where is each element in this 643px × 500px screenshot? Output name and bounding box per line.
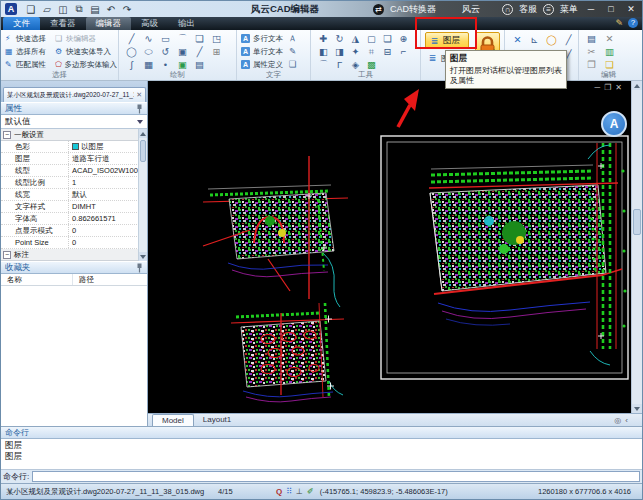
properties-scrollbar[interactable] (138, 129, 147, 261)
property-row-linetype[interactable]: 线型ACAD_ISO02W100 (1, 165, 147, 177)
tab-viewer[interactable]: 查看器 (40, 17, 86, 30)
image-icon[interactable]: ▣ (174, 59, 191, 71)
close-button[interactable]: ✕ (624, 4, 638, 14)
viewport-icon[interactable]: ◳ (208, 33, 225, 45)
tab-advanced[interactable]: 高级 (131, 17, 168, 30)
delete-icon[interactable]: ✕ (601, 33, 618, 45)
scroll-thumb[interactable] (140, 140, 146, 162)
property-row-text-height[interactable]: 字体高0.862661571 (1, 213, 147, 225)
scale-icon[interactable]: ◮ (347, 33, 364, 45)
array-icon[interactable]: ◧ (315, 46, 332, 58)
drawing-canvas[interactable]: ─❐✕ A Model Layout1 ◎ ‹ (148, 81, 642, 426)
scroll-thumb[interactable] (633, 209, 641, 235)
hatch-icon[interactable]: ▦ (140, 59, 157, 71)
rectangle-icon[interactable]: ▭ (157, 33, 174, 45)
tab-editor[interactable]: 编辑器 (86, 17, 132, 30)
help-icon[interactable]: ? (628, 18, 638, 28)
line-icon[interactable]: ╱ (123, 33, 140, 45)
open-file-icon[interactable]: ▱ (39, 4, 55, 15)
minimize-button[interactable]: ─ (584, 4, 598, 14)
delete-constraint-icon[interactable]: ✕ (509, 34, 526, 46)
rotate-icon[interactable]: ↻ (331, 33, 348, 45)
translate-button[interactable]: A (601, 111, 627, 137)
circle-icon[interactable]: ◯ (123, 46, 140, 58)
print-icon[interactable]: ▤ (87, 4, 103, 15)
polyline-icon[interactable]: ∿ (140, 33, 157, 45)
ellipse-icon[interactable]: ⬭ (140, 46, 157, 58)
record-icon[interactable]: ◎ (614, 416, 621, 425)
table-icon[interactable]: ▤ (191, 59, 208, 71)
explode-icon[interactable]: ✦ (347, 46, 364, 58)
revision-icon[interactable]: ↺ (157, 46, 174, 58)
maximize-button[interactable]: □ (604, 4, 618, 14)
grid-insert-icon[interactable]: ⊞ (208, 46, 225, 58)
favorites-col-path[interactable]: 路径 (73, 274, 94, 285)
block-editor-button[interactable]: ❏块编辑器 (55, 32, 117, 45)
scroll-down-icon[interactable] (632, 404, 642, 413)
copy-icon[interactable]: ❏ (379, 33, 396, 45)
canvas-vertical-scrollbar[interactable] (631, 81, 642, 413)
property-row-lineweight[interactable]: 线宽默认 (1, 189, 147, 201)
save-as-icon[interactable]: ⧉ (71, 3, 87, 15)
ortho-icon[interactable]: ⊥ (296, 487, 303, 496)
grid-snap-icon[interactable]: ⠿ (286, 487, 292, 496)
select-all-button[interactable]: ▦选择所有 (5, 45, 55, 58)
mirror-icon[interactable]: ◨ (331, 46, 348, 58)
paste-icon[interactable]: ▤ (583, 33, 600, 45)
text-button[interactable]: A单行文本 (241, 45, 283, 58)
tab-layout1[interactable]: Layout1 (194, 414, 240, 426)
collapse-icon[interactable]: − (3, 251, 11, 259)
osnap-icon[interactable]: ✐ (307, 487, 314, 496)
fillet-icon[interactable]: ⌒ (315, 59, 332, 71)
service-button[interactable]: 客服 (519, 3, 537, 16)
concentric-icon[interactable]: ◯ (543, 34, 560, 46)
parallel-icon[interactable]: ╱ (560, 34, 577, 46)
copy-clip-icon[interactable]: ❐ (583, 59, 600, 71)
insert-icon[interactable]: ⊕ (395, 33, 412, 45)
offset-icon[interactable]: ▢ (363, 33, 380, 45)
tab-model[interactable]: Model (152, 414, 194, 426)
menu-button[interactable]: 菜单 (560, 3, 578, 16)
zoom-icon[interactable]: Q (276, 487, 282, 496)
tab-file[interactable]: 文件 (3, 17, 40, 30)
join-icon[interactable]: ⊟ (379, 46, 396, 58)
command-input[interactable] (32, 471, 640, 482)
mtext-button[interactable]: A多行文本 (241, 32, 283, 45)
command-panel-header[interactable]: 命令行 (1, 427, 642, 439)
save-icon[interactable]: ◫ (55, 4, 71, 15)
property-row-point-mode[interactable]: 点显示模式0 (1, 225, 147, 237)
scroll-up-icon[interactable] (632, 81, 642, 90)
preset-dropdown[interactable]: 默认值 (1, 115, 147, 129)
cad-drawing[interactable] (148, 81, 633, 413)
text-style-icon[interactable]: Ａ (286, 32, 299, 45)
mdi-restore-icon[interactable]: ❐ (604, 83, 615, 92)
paste-block-icon[interactable]: ❏ (601, 59, 618, 71)
mdi-close-icon[interactable]: ✕ (615, 83, 626, 92)
spline-icon[interactable]: ∫ (123, 59, 140, 71)
property-row-point-size[interactable]: Point Size0 (1, 237, 147, 249)
undo-icon[interactable]: ↶ (103, 4, 119, 15)
favorites-col-name[interactable]: 名称 (1, 274, 73, 285)
measure-icon[interactable]: ▩ (363, 59, 380, 71)
new-file-icon[interactable]: ❑ (23, 4, 39, 15)
scroll-up-icon[interactable] (139, 129, 147, 138)
ray-icon[interactable]: ╱ (191, 46, 208, 58)
favorites-list[interactable] (1, 286, 147, 426)
cut-icon[interactable]: ✂ (583, 46, 600, 58)
scroll-left-icon[interactable]: ‹ (625, 416, 628, 425)
copy-with-base-icon[interactable]: ▥ (601, 46, 618, 58)
trim-icon[interactable]: ⌐ (395, 46, 412, 58)
property-row-layer[interactable]: 图层道路车行道 (1, 153, 147, 165)
copy-object-icon[interactable]: ❏ (191, 33, 208, 45)
arc-icon[interactable]: ⌒ (174, 33, 191, 45)
mdi-minimize-icon[interactable]: ─ (594, 83, 604, 92)
redo-icon[interactable]: ↷ (119, 4, 135, 15)
edit-text-icon[interactable]: ✎ (286, 45, 299, 58)
command-history[interactable]: 图层 图层 (1, 439, 642, 469)
perpendicular-icon[interactable]: ⊾ (526, 34, 543, 46)
property-row-linetype-scale[interactable]: 线型比例1 (1, 177, 147, 189)
point-icon[interactable]: • (157, 59, 174, 71)
stretch-icon[interactable]: ⌗ (363, 46, 380, 58)
document-tab[interactable]: 某小区规划及景观设计.dwg2020-07-27_11_11_38_015.dw… (3, 87, 146, 102)
collapse-icon[interactable]: − (3, 131, 11, 139)
